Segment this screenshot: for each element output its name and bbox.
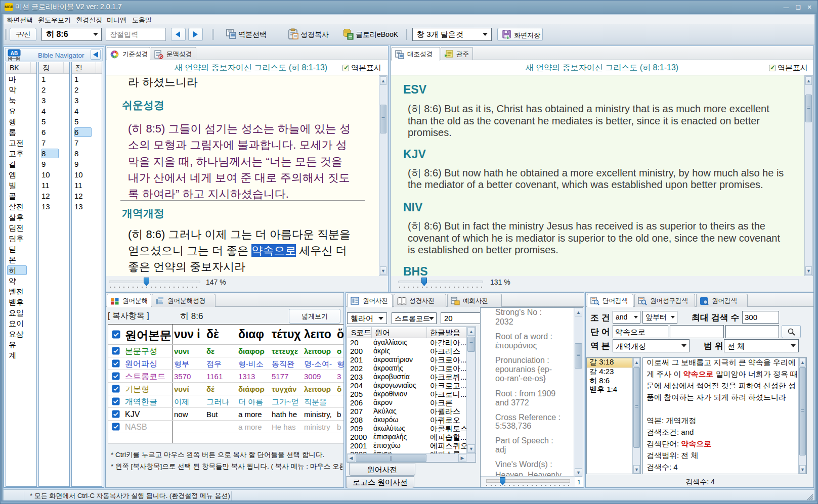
- svg-text:AB: AB: [11, 51, 18, 56]
